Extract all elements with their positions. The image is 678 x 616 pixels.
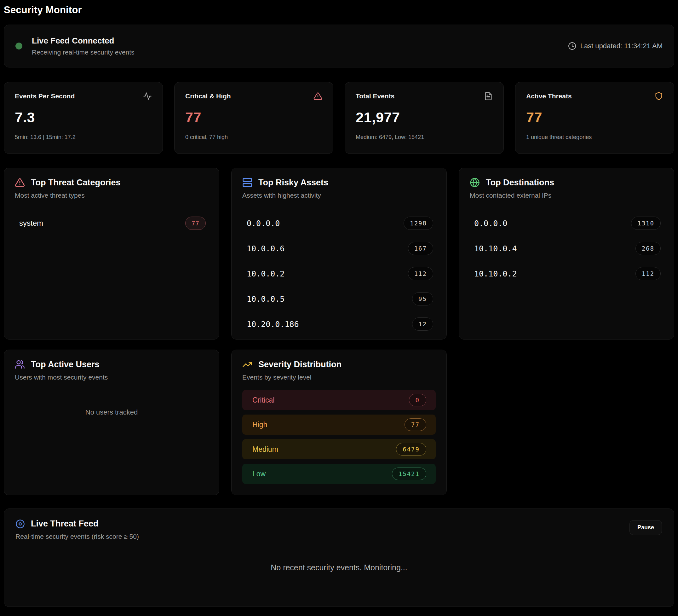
destination-count-badge: 112: [636, 267, 661, 280]
risky-asset-row: 0.0.0.0 1298: [242, 211, 436, 236]
stat-card-events-per-second: Events Per Second 7.3 5min: 13.6 | 15min…: [4, 82, 163, 154]
destination-ip: 0.0.0.0: [474, 219, 507, 228]
severity-label: High: [252, 421, 267, 429]
threat-category-name: system: [19, 219, 43, 228]
stat-subtext: 5min: 13.6 | 15min: 17.2: [15, 134, 152, 141]
risky-asset-row: 10.0.0.5 95: [242, 286, 436, 312]
banner-subtitle: Receiving real-time security events: [32, 48, 135, 56]
severity-count-badge: 77: [405, 418, 426, 431]
stat-value: 77: [185, 109, 322, 126]
panel-subtitle: Events by severity level: [242, 373, 436, 381]
asset-ip: 10.0.0.2: [247, 269, 285, 278]
risky-asset-row: 10.0.0.2 112: [242, 261, 436, 286]
asset-count-badge: 112: [408, 267, 433, 280]
destination-ip: 10.10.0.2: [474, 269, 517, 278]
clock-icon: [568, 42, 576, 50]
stat-value: 77: [526, 109, 663, 126]
panel-subtitle: Assets with highest activity: [242, 192, 436, 199]
banner-title: Live Feed Connected: [32, 36, 135, 46]
pause-button[interactable]: Pause: [630, 520, 662, 535]
panel-severity-distribution: Severity Distribution Events by severity…: [231, 350, 447, 495]
page-title: Security Monitor: [4, 4, 674, 16]
panel-title: Live Threat Feed: [31, 519, 99, 529]
banner-text: Live Feed Connected Receiving real-time …: [32, 36, 135, 56]
asset-ip: 10.20.0.186: [247, 320, 299, 329]
panel-title: Top Active Users: [31, 360, 100, 369]
panel-top-threat-categories: Top Threat Categories Most active threat…: [4, 168, 219, 339]
severity-row-high: High 77: [242, 414, 436, 435]
globe-icon: [470, 178, 480, 188]
panel-subtitle: Most active threat types: [15, 192, 208, 199]
asset-ip: 10.0.0.5: [247, 294, 285, 303]
no-users-message: No users tracked: [15, 408, 208, 416]
risky-asset-row: 10.20.0.186 12: [242, 312, 436, 337]
stat-value: 7.3: [15, 109, 152, 126]
panel-live-threat-feed: Live Threat Feed Real-time security even…: [4, 508, 674, 607]
threat-category-row: system 77: [15, 211, 208, 236]
panel-title: Top Destinations: [486, 178, 554, 188]
stat-subtext: 0 critical, 77 high: [185, 134, 322, 141]
panel-title: Top Threat Categories: [31, 178, 121, 188]
severity-count-badge: 0: [409, 394, 426, 406]
asset-count-badge: 167: [408, 242, 433, 255]
file-text-icon: [484, 92, 493, 101]
asset-ip: 0.0.0.0: [247, 219, 280, 228]
asset-ip: 10.0.0.6: [247, 244, 285, 253]
panel-title: Top Risky Assets: [258, 178, 328, 188]
panels-row-2: Top Active Users Users with most securit…: [4, 350, 674, 495]
destination-row: 10.10.0.4 268: [470, 236, 663, 261]
panel-top-destinations: Top Destinations Most contacted external…: [459, 168, 674, 339]
activity-icon: [143, 92, 152, 101]
panel-subtitle: Real-time security events (risk score ≥ …: [15, 533, 663, 540]
severity-row-medium: Medium 6479: [242, 439, 436, 459]
panel-top-active-users: Top Active Users Users with most securit…: [4, 350, 219, 495]
severity-row-critical: Critical 0: [242, 390, 436, 410]
shield-icon: [654, 92, 663, 101]
panel-title: Severity Distribution: [258, 360, 341, 369]
destination-ip: 10.10.0.4: [474, 244, 517, 253]
destination-row: 10.10.0.2 112: [470, 261, 663, 286]
stat-card-total-events: Total Events 21,977 Medium: 6479, Low: 1…: [345, 82, 504, 154]
feed-empty-message: No recent security events. Monitoring...: [15, 563, 663, 572]
asset-count-badge: 95: [412, 292, 433, 305]
live-feed-banner: Live Feed Connected Receiving real-time …: [4, 25, 674, 68]
disc-icon: [15, 519, 25, 529]
connection-status-dot: [15, 43, 23, 49]
stat-subtext: 1 unique threat categories: [526, 134, 663, 141]
destination-row: 0.0.0.0 1310: [470, 211, 663, 236]
alert-triangle-icon: [313, 92, 322, 101]
alert-triangle-icon: [15, 178, 25, 188]
destination-count-badge: 1310: [631, 217, 661, 230]
destination-count-badge: 268: [636, 242, 661, 255]
stat-label: Critical & High: [185, 93, 231, 100]
users-icon: [15, 359, 25, 369]
stat-subtext: Medium: 6479, Low: 15421: [356, 134, 493, 141]
asset-count-badge: 1298: [404, 217, 433, 230]
severity-count-badge: 15421: [392, 468, 426, 480]
server-icon: [242, 178, 252, 188]
stats-row: Events Per Second 7.3 5min: 13.6 | 15min…: [4, 82, 674, 154]
severity-count-badge: 6479: [396, 443, 426, 456]
panel-subtitle: Users with most security events: [15, 373, 208, 381]
risky-asset-row: 10.0.0.6 167: [242, 236, 436, 261]
panel-subtitle: Most contacted external IPs: [470, 192, 663, 199]
severity-label: Low: [252, 470, 266, 478]
stat-label: Active Threats: [526, 93, 572, 100]
panels-row-1: Top Threat Categories Most active threat…: [4, 168, 674, 339]
panel-top-risky-assets: Top Risky Assets Assets with highest act…: [231, 168, 447, 339]
last-updated: Last updated: 11:34:21 AM: [568, 42, 663, 50]
stat-card-critical-high: Critical & High 77 0 critical, 77 high: [174, 82, 333, 154]
stat-label: Total Events: [356, 93, 394, 100]
stat-value: 21,977: [356, 109, 493, 126]
severity-label: Critical: [252, 396, 274, 404]
severity-label: Medium: [252, 445, 278, 454]
severity-row-low: Low 15421: [242, 464, 436, 484]
asset-count-badge: 12: [412, 318, 433, 331]
trending-up-icon: [242, 359, 252, 369]
threat-category-count-badge: 77: [185, 217, 206, 230]
stat-card-active-threats: Active Threats 77 1 unique threat catego…: [515, 82, 674, 154]
stat-label: Events Per Second: [15, 93, 75, 100]
last-updated-text: Last updated: 11:34:21 AM: [580, 42, 663, 50]
